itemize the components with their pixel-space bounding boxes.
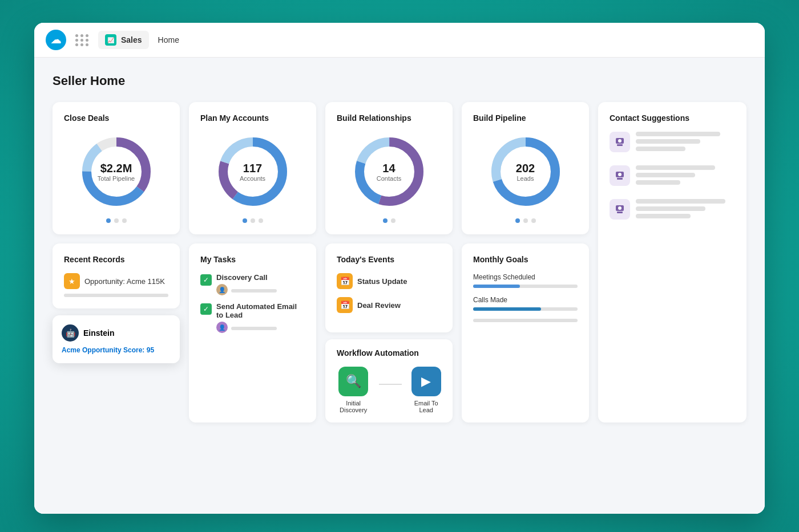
einstein-name: Einstein xyxy=(83,328,114,338)
workflow-node-1[interactable]: 🔍 Initial Discovery xyxy=(337,367,370,413)
dot-2[interactable] xyxy=(523,218,528,223)
contact-avatar-icon-2 xyxy=(610,165,630,186)
dot-2[interactable] xyxy=(251,218,255,223)
workflow-section: Workflow Automation 🔍 Initial Discovery … xyxy=(325,339,453,423)
task-1-text: Discovery Call xyxy=(216,273,277,282)
build-relationships-title: Build Relationships xyxy=(337,113,441,123)
svg-rect-22 xyxy=(617,212,623,213)
event-icon-1: 📅 xyxy=(337,273,353,289)
recent-records-card: Recent Records ★ Opportunity: Acme 115K xyxy=(53,243,180,308)
contact-suggestions-title: Contact Suggestions xyxy=(610,113,735,123)
einstein-avatar: 🤖 xyxy=(62,324,79,342)
todays-events-title: Today's Events xyxy=(337,255,441,264)
goal-meetings: Meetings Scheduled xyxy=(473,273,578,288)
browser-bar: ☁ 📈 Sales Home xyxy=(34,23,765,58)
contact-avatar-icon-3 xyxy=(610,199,630,220)
goal-calls-label: Calls Made xyxy=(473,296,578,304)
home-nav-link[interactable]: Home xyxy=(158,35,179,44)
workflow-node-2[interactable]: ▶ Email To Lead xyxy=(411,367,441,413)
workflow-node-2-label: Email To Lead xyxy=(411,400,441,413)
build-relationships-donut: 14 Contacts xyxy=(349,132,429,212)
build-relationships-sub: Contacts xyxy=(377,175,401,182)
dot-2[interactable] xyxy=(114,218,119,223)
plan-accounts-donut: 117 Accounts xyxy=(213,132,293,212)
workflow-connector xyxy=(379,384,402,385)
dot-1[interactable] xyxy=(106,218,111,223)
dot-3[interactable] xyxy=(259,218,263,223)
my-tasks-title: My Tasks xyxy=(200,255,305,264)
workflow-node-1-icon: 🔍 xyxy=(338,367,368,396)
monthly-goals-title: Monthly Goals xyxy=(473,255,578,264)
build-pipeline-card: Build Pipeline 202 Leads xyxy=(462,102,589,234)
app-label: Sales xyxy=(121,35,142,44)
svg-point-23 xyxy=(618,206,622,210)
task-2-avatar: 👤 xyxy=(216,322,228,333)
main-content: Seller Home Close Deals xyxy=(34,58,765,514)
todays-events-card: Today's Events 📅 Status Update 📅 Deal Re… xyxy=(325,243,453,332)
goal-meetings-label: Meetings Scheduled xyxy=(473,273,578,281)
recent-record-bar xyxy=(64,294,168,297)
build-relationships-value: 14 xyxy=(377,161,401,175)
my-tasks-card: My Tasks ✓ Discovery Call 👤 ✓ Send Autom xyxy=(189,243,316,423)
plan-accounts-title: Plan My Accounts xyxy=(200,113,305,123)
dot-1[interactable] xyxy=(515,218,520,223)
recent-record-icon: ★ xyxy=(64,273,80,289)
dot-1[interactable] xyxy=(243,218,247,223)
grid-menu[interactable] xyxy=(75,34,89,46)
build-pipeline-value: 202 xyxy=(516,161,535,175)
event-1-text: Status Update xyxy=(357,277,407,286)
close-deals-donut: $2.2M Total Pipeline xyxy=(76,132,156,212)
monthly-goals-card: Monthly Goals Meetings Scheduled Calls M… xyxy=(462,243,589,423)
recent-record-text: Opportunity: Acme 115K xyxy=(84,277,165,286)
event-item-1: 📅 Status Update xyxy=(337,273,441,289)
workflow-node-1-label: Initial Discovery xyxy=(337,400,370,413)
goal-calls-bar-bg xyxy=(473,307,578,311)
event-icon-2: 📅 xyxy=(337,297,353,313)
task-check-2: ✓ xyxy=(200,303,212,315)
browser-window: ☁ 📈 Sales Home Seller Home Close Deals xyxy=(34,23,765,514)
build-relationships-card: Build Relationships 14 Contacts xyxy=(325,102,453,234)
close-deals-card: Close Deals xyxy=(53,102,180,234)
task-2-name-line xyxy=(231,327,277,330)
contact-avatar-icon-1 xyxy=(610,132,630,152)
dot-2[interactable] xyxy=(391,218,396,223)
plan-accounts-card: Plan My Accounts 117 Accounts xyxy=(189,102,316,234)
svg-rect-16 xyxy=(617,144,623,146)
goal-calls: Calls Made xyxy=(473,296,578,311)
einstein-score-value: 95 xyxy=(147,346,154,354)
svg-point-17 xyxy=(618,139,622,143)
contact-item-2 xyxy=(610,165,735,188)
goal-meetings-bar-fill xyxy=(473,285,520,288)
svg-point-20 xyxy=(618,173,622,176)
dot-1[interactable] xyxy=(383,218,388,223)
einstein-score: Acme Opportunity Score: 95 xyxy=(62,346,171,354)
task-check-1: ✓ xyxy=(200,274,212,286)
build-pipeline-title: Build Pipeline xyxy=(473,113,578,123)
task-1-avatar: 👤 xyxy=(216,284,228,295)
nav-app-sales[interactable]: 📈 Sales xyxy=(98,31,149,49)
task-1-name-line xyxy=(231,289,277,293)
sales-app-icon: 📈 xyxy=(105,34,116,46)
close-deals-value: $2.2M xyxy=(98,161,135,175)
task-item-2: ✓ Send Automated Email to Lead 👤 xyxy=(200,302,305,333)
event-item-2: 📅 Deal Review xyxy=(337,297,441,313)
close-deals-title: Close Deals xyxy=(64,113,168,123)
einstein-popup: 🤖 Einstein Acme Opportunity Score: 95 xyxy=(53,315,180,363)
task-item-1: ✓ Discovery Call 👤 xyxy=(200,273,305,295)
salesforce-logo: ☁ xyxy=(46,30,66,50)
build-pipeline-sub: Leads xyxy=(516,175,535,182)
contact-item-3 xyxy=(610,199,735,221)
dot-3[interactable] xyxy=(531,218,536,223)
close-deals-sub: Total Pipeline xyxy=(98,175,135,182)
task-2-text: Send Automated Email to Lead xyxy=(216,302,305,319)
goal-calls-bar-fill xyxy=(473,307,541,311)
plan-accounts-sub: Accounts xyxy=(240,175,265,182)
page-title: Seller Home xyxy=(53,74,746,88)
workflow-node-2-icon: ▶ xyxy=(411,367,441,396)
dot-3[interactable] xyxy=(122,218,127,223)
workflow-title: Workflow Automation xyxy=(337,348,441,358)
goal-meetings-bar-bg xyxy=(473,285,578,288)
contact-item-1 xyxy=(610,132,735,154)
plan-accounts-value: 117 xyxy=(240,161,265,175)
svg-rect-19 xyxy=(617,178,623,180)
